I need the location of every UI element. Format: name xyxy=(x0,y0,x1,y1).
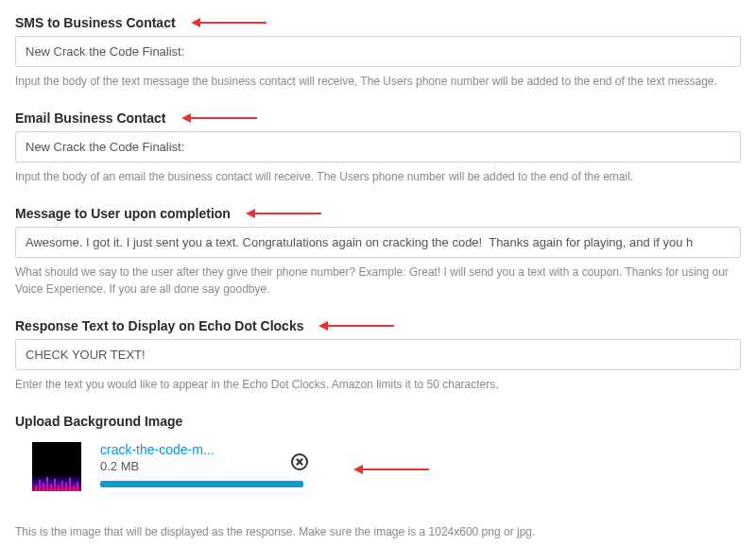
upload-meta-row: crack-the-code-m... 0.2 MB xyxy=(100,442,308,481)
upload-label: Upload Background Image xyxy=(15,414,741,429)
upload-filename-link[interactable]: crack-the-code-m... xyxy=(100,442,291,457)
sms-label-row: SMS to Business Contact xyxy=(15,15,741,30)
echo-input[interactable] xyxy=(15,339,741,370)
upload-filesize: 0.2 MB xyxy=(100,459,291,473)
upload-info: crack-the-code-m... 0.2 MB xyxy=(100,442,308,487)
echo-label: Response Text to Display on Echo Dot Clo… xyxy=(15,318,303,333)
sms-label: SMS to Business Contact xyxy=(15,15,176,30)
upload-thumbnail[interactable] xyxy=(32,442,81,491)
email-help-text: Input the body of an email the business … xyxy=(15,168,741,185)
upload-row: crack-the-code-m... 0.2 MB xyxy=(15,442,741,491)
completion-help-text: What should we say to the user after the… xyxy=(15,264,741,298)
email-field-group: Email Business Contact Input the body of… xyxy=(15,111,741,185)
email-label: Email Business Contact xyxy=(15,111,166,126)
sms-field-group: SMS to Business Contact Input the body o… xyxy=(15,15,741,90)
echo-help-text: Enter the text you would like to appear … xyxy=(15,376,741,393)
upload-field-group: Upload Background Image crack-the-code-m… xyxy=(15,414,741,491)
email-input[interactable] xyxy=(15,131,741,162)
sms-input[interactable] xyxy=(15,36,741,67)
echo-field-group: Response Text to Display on Echo Dot Clo… xyxy=(15,318,741,393)
annotation-arrow-icon xyxy=(181,113,257,123)
completion-label: Message to User upon completion xyxy=(15,206,231,221)
email-label-row: Email Business Contact xyxy=(15,111,741,126)
remove-upload-button[interactable] xyxy=(291,453,308,470)
annotation-arrow-icon xyxy=(318,321,394,331)
annotation-arrow-icon xyxy=(353,465,429,474)
upload-progress-bar xyxy=(100,481,303,487)
annotation-arrow-icon xyxy=(191,18,266,27)
echo-label-row: Response Text to Display on Echo Dot Clo… xyxy=(15,318,741,333)
upload-annotation xyxy=(338,465,429,474)
completion-input[interactable] xyxy=(15,227,741,258)
completion-label-row: Message to User upon completion xyxy=(15,206,741,221)
upload-footer-help: This is the image that will be displayed… xyxy=(15,525,741,538)
completion-field-group: Message to User upon completion What sho… xyxy=(15,206,741,298)
annotation-arrow-icon xyxy=(246,209,321,218)
sms-help-text: Input the body of the text message the b… xyxy=(15,73,741,90)
